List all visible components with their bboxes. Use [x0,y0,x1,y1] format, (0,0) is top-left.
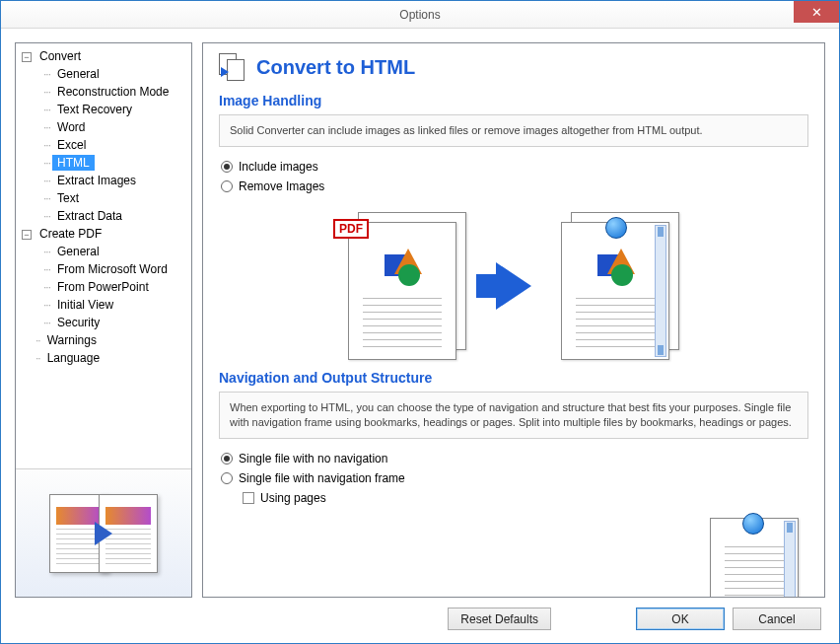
arrow-right-icon [496,262,531,310]
tree-group[interactable]: −Convert [18,47,189,65]
titlebar: Options ✕ [1,1,839,29]
tree-item[interactable]: ···Extract Data [18,207,189,225]
collapse-icon[interactable]: − [22,52,32,62]
tree-item-label: Word [52,119,90,135]
radio-remove-images[interactable]: Remove Images [219,177,808,196]
tree-group-label: Convert [35,48,86,64]
radio-single-with-nav[interactable]: Single file with navigation frame [219,468,808,488]
tree-item-label: From Microsoft Word [52,261,173,277]
pdf-badge: PDF [333,219,369,239]
tree-item[interactable]: ···From Microsoft Word [18,260,189,278]
radio-label: Single file with no navigation [239,452,387,465]
nav-structure-info: When exporting to HTML, you can choose t… [219,392,808,439]
tree-item[interactable]: ···HTML [18,154,189,172]
nav-illustration [690,518,808,598]
tree-item-label: General [52,66,105,82]
tree-item[interactable]: ···Extract Images [18,172,189,189]
reset-defaults-button[interactable]: Reset Defaults [448,608,551,630]
tree-item-label: Initial View [52,297,118,313]
radio-single-no-nav[interactable]: Single file with no navigation [219,449,808,468]
tree-item[interactable]: ···From PowerPoint [18,278,189,296]
section-image-handling-title: Image Handling [219,93,808,108]
checkbox-label: Using pages [260,491,326,505]
category-tree[interactable]: −Convert···General···Reconstruction Mode… [16,43,191,468]
page-title: Convert to HTML [256,56,415,79]
tree-group-label: Create PDF [35,226,106,242]
source-doc-icon: PDF [348,212,466,360]
tree-item[interactable]: ···Reconstruction Mode [18,83,189,101]
window-title: Options [1,8,839,22]
section-nav-structure-title: Navigation and Output Structure [219,370,808,386]
tree-item[interactable]: ···Text Recovery [18,101,189,118]
tree-group[interactable]: −Create PDF [18,225,189,243]
globe-icon [742,513,764,535]
tree-item[interactable]: ···Security [18,314,189,331]
tree-item-label: From PowerPoint [52,279,154,295]
tree-item[interactable]: ··Language [18,349,189,367]
convert-html-icon [219,53,246,81]
globe-icon [605,217,627,239]
tree-item-label: HTML [52,155,95,171]
tree-item-label: Text [52,190,84,206]
settings-pane: Convert to HTML Image Handling Solid Con… [202,42,825,598]
arrow-right-icon [95,522,112,545]
tree-item[interactable]: ···Word [18,118,189,136]
tree-item[interactable]: ··Warnings [18,331,189,349]
radio-include-images[interactable]: Include images [219,157,808,177]
cancel-button[interactable]: Cancel [733,608,821,630]
close-button[interactable]: ✕ [794,1,839,23]
tree-item-label: Language [42,350,105,366]
tree-item-label: Reconstruction Mode [52,84,174,100]
tree-item[interactable]: ···General [18,243,189,260]
scrollbar-icon [784,521,796,598]
checkbox-using-pages[interactable]: Using pages [219,488,808,508]
radio-icon [221,161,233,173]
radio-icon [221,453,233,465]
tree-item-label: Text Recovery [52,102,137,117]
category-tree-panel: −Convert···General···Reconstruction Mode… [15,42,192,598]
tree-item-label: Extract Images [52,173,141,188]
tree-item[interactable]: ···General [18,65,189,83]
radio-label: Include images [239,160,318,174]
radio-label: Single file with navigation frame [239,471,405,485]
checkbox-icon [243,492,254,504]
image-handling-info: Solid Converter can include images as li… [219,114,808,147]
tree-item-label: Security [52,315,105,330]
target-doc-icon [561,212,679,360]
tree-item-label: Extract Data [52,208,127,224]
dialog-button-row: Reset Defaults OK Cancel [15,598,825,630]
tree-item-label: Warnings [42,332,102,348]
collapse-icon[interactable]: − [22,230,32,240]
tree-item[interactable]: ···Text [18,189,189,207]
tree-item-label: Excel [52,137,91,153]
scrollbar-icon [655,225,666,357]
tree-item[interactable]: ···Excel [18,136,189,154]
tree-item-label: General [52,244,105,259]
tree-item[interactable]: ···Initial View [18,296,189,314]
radio-icon [221,472,233,484]
ok-button[interactable]: OK [636,608,725,630]
conversion-diagram: PDF [219,212,808,360]
radio-icon [221,180,233,192]
sidebar-illustration [16,468,191,597]
radio-label: Remove Images [239,179,324,193]
